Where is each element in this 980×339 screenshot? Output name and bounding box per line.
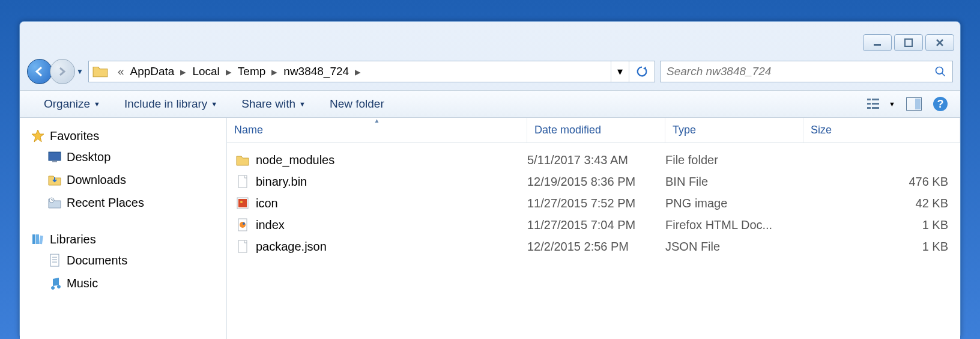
new-folder-button[interactable]: New folder [318, 94, 396, 114]
file-date: 12/2/2015 2:56 PM [527, 240, 665, 254]
new-folder-label: New folder [330, 97, 384, 111]
crumb[interactable]: AppData [130, 65, 174, 78]
pane-icon [906, 97, 922, 111]
refresh-button[interactable] [629, 61, 655, 82]
file-name: binary.bin [256, 175, 307, 189]
sidebar-item-documents[interactable]: Documents [31, 249, 226, 272]
include-library-button[interactable]: Include in library▼ [112, 94, 229, 114]
share-with-button[interactable]: Share with▼ [229, 94, 318, 114]
explorer-window: ▼ « AppData ▸ Local ▸ Temp ▸ nw3848_724 … [19, 21, 961, 339]
sidebar-favorites[interactable]: Favorites [31, 126, 226, 145]
forward-button[interactable] [50, 59, 75, 84]
maximize-icon [904, 38, 913, 47]
sidebar-libraries[interactable]: Libraries [31, 230, 226, 249]
chevron-down-icon: ▼ [889, 100, 895, 108]
nav-history-dropdown[interactable]: ▼ [76, 67, 83, 76]
chevron-right-icon[interactable]: ▸ [265, 65, 283, 79]
nav-buttons: ▼ [27, 59, 83, 84]
libraries-icon [31, 232, 45, 246]
help-button[interactable]: ? [933, 96, 948, 112]
file-name: index [256, 218, 285, 232]
star-icon [31, 129, 45, 143]
file-type: Firefox HTML Doc... [665, 218, 803, 232]
sidebar-item-recent[interactable]: Recent Places [31, 191, 226, 214]
chevron-down-icon: ▼ [94, 100, 100, 108]
back-button[interactable] [27, 59, 52, 84]
file-row[interactable]: index11/27/2015 7:04 PMFirefox HTML Doc.… [227, 214, 960, 236]
file-type-icon [235, 196, 250, 210]
file-name: package.json [256, 240, 327, 254]
sidebar-label: Music [67, 276, 98, 290]
preview-pane-button[interactable] [906, 97, 922, 111]
sidebar-item-downloads[interactable]: Downloads [31, 168, 226, 191]
sidebar-item-desktop[interactable]: Desktop [31, 145, 226, 168]
column-name[interactable]: ▲ Name [227, 118, 527, 142]
sidebar-label: Favorites [50, 129, 99, 143]
svg-rect-20 [238, 176, 247, 188]
file-name: node_modules [256, 153, 334, 167]
arrow-right-icon [57, 66, 68, 77]
file-type: JSON File [665, 240, 803, 254]
share-label: Share with [241, 97, 295, 111]
crumb[interactable]: Temp [238, 65, 265, 78]
chevron-right-icon[interactable]: ▸ [349, 65, 367, 79]
svg-rect-6 [872, 103, 879, 105]
svg-rect-1 [905, 39, 912, 46]
svg-rect-16 [32, 234, 35, 244]
search-input[interactable] [667, 65, 934, 78]
minimize-button[interactable] [863, 34, 892, 51]
help-icon: ? [933, 96, 948, 112]
breadcrumb: « AppData ▸ Local ▸ Temp ▸ nw3848_724 ▸ [112, 65, 611, 79]
search-icon[interactable] [934, 66, 946, 78]
minimize-icon [873, 38, 882, 47]
chevron-right-icon[interactable]: ▸ [174, 65, 192, 79]
maximize-button[interactable] [894, 34, 923, 51]
address-dropdown[interactable]: ▾ [611, 61, 629, 82]
file-row[interactable]: node_modules5/11/2017 3:43 AMFile folder [227, 149, 960, 171]
documents-icon [47, 253, 62, 267]
column-headers: ▲ Name Date modified Type Size [227, 118, 960, 143]
file-type: File folder [665, 153, 803, 167]
svg-rect-27 [238, 240, 247, 252]
folder-icon [92, 65, 108, 78]
sidebar-label: Libraries [50, 233, 96, 246]
desktop-icon [47, 150, 62, 164]
file-row[interactable]: binary.bin12/19/2015 8:36 PMBIN File476 … [227, 171, 960, 192]
arrow-left-icon [34, 66, 46, 78]
svg-rect-13 [49, 152, 61, 160]
file-size: 476 KB [803, 175, 960, 189]
column-date[interactable]: Date modified [527, 118, 665, 142]
sidebar-item-music[interactable]: Music [31, 272, 226, 295]
organize-button[interactable]: Organize▼ [32, 94, 112, 114]
sidebar-label: Recent Places [67, 196, 144, 210]
crumb[interactable]: nw3848_724 [283, 65, 349, 78]
svg-rect-18 [39, 236, 43, 245]
column-type[interactable]: Type [665, 118, 803, 142]
file-type: BIN File [665, 175, 803, 189]
svg-rect-4 [872, 99, 879, 100]
file-type-icon [235, 218, 250, 232]
crumb[interactable]: Local [192, 65, 219, 78]
file-row[interactable]: icon11/27/2015 7:52 PMPNG image42 KB [227, 192, 960, 214]
sidebar-label: Desktop [67, 150, 110, 164]
close-button[interactable] [925, 34, 954, 51]
search-box[interactable] [660, 61, 953, 82]
svg-point-25 [240, 222, 246, 228]
file-date: 11/27/2015 7:52 PM [527, 197, 665, 210]
downloads-icon [47, 173, 62, 187]
chevron-down-icon: ▼ [299, 100, 306, 108]
view-options-button[interactable]: ▼ [867, 97, 895, 111]
file-type-icon [235, 174, 250, 189]
column-size[interactable]: Size [803, 118, 960, 142]
nav-row: ▼ « AppData ▸ Local ▸ Temp ▸ nw3848_724 … [20, 59, 960, 90]
address-bar[interactable]: « AppData ▸ Local ▸ Temp ▸ nw3848_724 ▸ … [88, 61, 655, 82]
chevron-left-icon[interactable]: « [112, 65, 130, 78]
svg-point-26 [243, 222, 245, 225]
file-row[interactable]: package.json12/2/2015 2:56 PMJSON File1 … [227, 236, 960, 257]
svg-text:?: ? [937, 98, 944, 110]
chevron-right-icon[interactable]: ▸ [220, 65, 238, 79]
file-size: 1 KB [803, 218, 960, 232]
file-type: PNG image [665, 197, 803, 210]
svg-rect-0 [874, 44, 881, 46]
close-icon [936, 38, 944, 47]
